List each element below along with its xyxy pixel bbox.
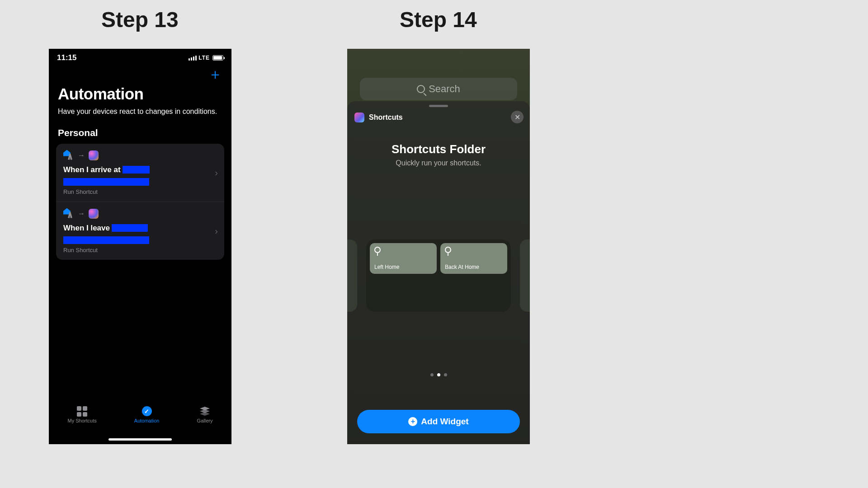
shortcuts-icon (89, 209, 99, 219)
page-dot (444, 373, 447, 376)
phone-step-13: 11:15 LTE ＋ Automation Have your devices… (49, 49, 231, 444)
redacted-text (112, 224, 148, 232)
automation-leave-title: When I leave (63, 224, 110, 233)
automation-item-leave[interactable]: → When I leave Run Shortcut › (56, 202, 224, 260)
location-pin-icon (374, 247, 381, 253)
search-icon (417, 85, 425, 93)
automation-arrive-title: When I arrive at (63, 165, 121, 174)
close-button[interactable]: ✕ (511, 111, 524, 123)
gallery-icon (200, 407, 210, 416)
automation-leave-action: Run Shortcut (63, 247, 217, 253)
close-icon: ✕ (514, 113, 520, 122)
sheet-app-label: Shortcuts (369, 113, 403, 122)
automation-icon: ✓ (142, 406, 152, 416)
plus-circle-icon: + (408, 417, 417, 426)
search-placeholder: Search (429, 83, 460, 95)
page-indicator[interactable] (347, 373, 530, 376)
automation-item-arrive[interactable]: → When I arrive at Run Shortcut › (56, 144, 224, 202)
widget-picker-sheet: Shortcuts ✕ Shortcuts Folder Quickly run… (347, 101, 530, 444)
redacted-text (63, 236, 149, 244)
step-13-label: Step 13 (101, 7, 179, 32)
shortcut-tile-back-at-home[interactable]: Back At Home (440, 243, 507, 274)
page-dot-active (437, 373, 440, 376)
automation-arrive-action: Run Shortcut (63, 188, 217, 195)
battery-icon (212, 55, 223, 61)
tab-bar: My Shortcuts ✓ Automation Gallery (49, 403, 231, 444)
add-widget-label: Add Widget (421, 417, 468, 427)
widget-carousel[interactable]: Left Home Back At Home (347, 167, 530, 339)
sheet-subtitle: Quickly run your shortcuts. (347, 159, 530, 167)
add-automation-button[interactable]: ＋ (208, 67, 222, 81)
sheet-grabber[interactable] (429, 105, 448, 107)
shortcut-tile-label: Back At Home (445, 264, 503, 270)
tab-gallery-label: Gallery (197, 418, 213, 423)
page-title: Automation (58, 85, 222, 103)
shortcut-tile-left-home[interactable]: Left Home (370, 243, 437, 274)
page-subtitle: Have your devices react to changes in co… (58, 107, 222, 117)
status-bar: 11:15 LTE (49, 49, 231, 64)
add-widget-button[interactable]: + Add Widget (357, 410, 520, 433)
search-field[interactable]: Search (360, 78, 517, 100)
page-dot (430, 373, 434, 376)
shortcut-tile-label: Left Home (374, 264, 432, 270)
carrier-label: LTE (198, 55, 210, 61)
shortcut-tile-empty (440, 277, 507, 308)
tab-gallery[interactable]: Gallery (197, 406, 213, 423)
tab-my-shortcuts-label: My Shortcuts (68, 418, 97, 423)
phone-step-14: Search Shortcuts ✕ Shortcuts Folder Quic… (347, 49, 530, 444)
step-14-label: Step 14 (400, 7, 477, 32)
status-right: LTE (189, 55, 223, 61)
tab-my-shortcuts[interactable]: My Shortcuts (68, 406, 97, 423)
chevron-right-icon: › (215, 167, 218, 178)
arrow-icon: → (78, 210, 85, 218)
tab-automation[interactable]: ✓ Automation (134, 406, 160, 423)
cell-signal-icon (189, 56, 197, 61)
home-indicator[interactable] (108, 438, 172, 441)
chevron-right-icon: › (215, 225, 218, 236)
section-personal: Personal (49, 120, 231, 142)
shortcuts-icon (89, 150, 99, 160)
tab-automation-label: Automation (134, 418, 160, 423)
leave-location-icon (63, 208, 74, 219)
status-time: 11:15 (57, 53, 76, 62)
arrow-icon: → (78, 151, 85, 160)
automation-list: → When I arrive at Run Shortcut › → When… (56, 144, 224, 260)
widget-preview-prev[interactable] (347, 239, 357, 312)
shortcuts-app-icon (354, 113, 364, 122)
redacted-text (123, 166, 150, 174)
redacted-text (63, 178, 149, 186)
shortcut-tile-empty (370, 277, 437, 308)
widget-preview-next[interactable] (520, 239, 530, 312)
location-pin-icon (445, 247, 451, 253)
grid-icon (77, 406, 87, 417)
widget-preview-current: Left Home Back At Home (366, 239, 511, 312)
sheet-title: Shortcuts Folder (347, 142, 530, 156)
arrive-location-icon (63, 150, 74, 161)
